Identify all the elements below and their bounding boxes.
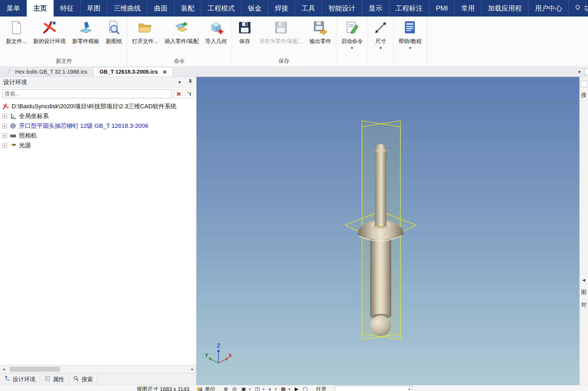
new-design-env-label: 新的设计环境 bbox=[33, 38, 66, 45]
orientation-triad: Z Y X bbox=[205, 343, 232, 363]
status-icon[interactable]: ⊕ bbox=[224, 385, 228, 391]
menu-tab-feature[interactable]: 特征 bbox=[54, 0, 80, 17]
status-dropdown[interactable]: ◫▾ bbox=[255, 385, 264, 391]
viewport-canvas[interactable]: Z Y X bbox=[197, 77, 579, 385]
collapse-panel-icon[interactable]: ◀ bbox=[580, 278, 588, 282]
import-geometry-button[interactable]: 导入几何 bbox=[202, 19, 230, 46]
3d-viewport[interactable]: Z Y X bbox=[197, 77, 579, 385]
hierarchy-icon bbox=[4, 376, 10, 383]
status-dropdown[interactable]: ▦▾ bbox=[281, 385, 290, 391]
rivet-ball-end[interactable] bbox=[370, 315, 391, 336]
expand-icon[interactable]: + bbox=[2, 143, 7, 148]
menu-tab-sketch[interactable]: 草图 bbox=[80, 0, 107, 17]
close-tab-icon[interactable]: × bbox=[163, 69, 166, 75]
new-design-env-icon bbox=[42, 20, 57, 35]
rivet-mandrel[interactable] bbox=[375, 144, 386, 226]
menu-tab-smart-design[interactable]: 智能设计 bbox=[322, 0, 362, 17]
status-combo-box[interactable]: ▾ bbox=[335, 386, 412, 391]
scrollbar-thumb[interactable] bbox=[10, 367, 60, 372]
locate-in-tree-icon[interactable] bbox=[185, 89, 194, 98]
menu-tab-common[interactable]: 常用 bbox=[455, 0, 481, 17]
menu-tab-annotation[interactable]: 工程标注 bbox=[389, 0, 429, 17]
status-icon[interactable]: ▢ bbox=[303, 385, 308, 391]
new-part-template-button[interactable]: 新零件模板 bbox=[69, 19, 103, 46]
menu-tab-user-center[interactable]: 用户中心 bbox=[528, 0, 569, 17]
menu-tab-sheet-metal[interactable]: 钣金 bbox=[241, 0, 268, 17]
menu-tab-3d-curve[interactable]: 三维曲线 bbox=[107, 0, 148, 17]
new-drawing-button[interactable]: 新图纸 bbox=[103, 19, 125, 46]
expand-icon[interactable]: + bbox=[2, 114, 7, 119]
tab-list-chevron-icon[interactable]: ▾ bbox=[578, 69, 580, 74]
menu-tab-home[interactable]: 主页 bbox=[27, 0, 54, 17]
properties-icon bbox=[44, 376, 50, 383]
scrollbar-track[interactable] bbox=[8, 365, 189, 373]
panel-menu-chevron-icon[interactable]: ▼ bbox=[178, 80, 182, 84]
coordinate-system-icon bbox=[9, 113, 17, 120]
import-geometry-icon bbox=[208, 20, 224, 35]
right-tab-view[interactable]: 图 bbox=[580, 289, 588, 296]
save-as-button[interactable]: 另存为零件/装配... bbox=[256, 19, 306, 46]
design-tree: D:\BaiduSyncdisk\2020\项目\科技部项目\2.3三维CAD软… bbox=[0, 100, 196, 365]
menu-tab-display[interactable]: 显示 bbox=[362, 0, 389, 17]
export-part-button[interactable]: 输出零件 bbox=[306, 19, 334, 46]
menu-tab-engineering-mode[interactable]: 工程模式 bbox=[201, 0, 241, 17]
expand-icon[interactable]: + bbox=[2, 123, 7, 128]
design-environment-panel: 设计环境 ▼ bbox=[0, 77, 197, 385]
menu-tab-menu[interactable]: 菜单 bbox=[0, 0, 27, 17]
tree-item-global-coordinate-system[interactable]: + 全局坐标系 bbox=[0, 111, 196, 121]
play-icon[interactable]: ▶ bbox=[295, 385, 299, 391]
insert-part-button[interactable]: 插入零件/装配 bbox=[161, 19, 202, 46]
document-tab-label: Hex bolts GB_T 32.1-1988.ics bbox=[15, 69, 87, 75]
tree-search-input[interactable] bbox=[2, 89, 172, 98]
chevron-down-icon: ▾ bbox=[289, 385, 290, 391]
new-file-button[interactable]: 新文件... bbox=[3, 19, 30, 46]
clear-search-button[interactable] bbox=[174, 89, 183, 98]
menu-tab-pmi[interactable]: PMI bbox=[429, 0, 455, 17]
expand-icon[interactable]: + bbox=[2, 133, 7, 138]
menu-tab-surface[interactable]: 曲面 bbox=[148, 0, 174, 17]
pin-icon[interactable] bbox=[188, 79, 193, 86]
menu-bar: 菜单 主页 特征 草图 三维曲线 曲面 装配 工程模式 钣金 焊接 工具 智能设… bbox=[0, 0, 588, 17]
right-panel-button[interactable] bbox=[580, 81, 587, 87]
launch-command-button[interactable]: 启动命令 ▼ bbox=[338, 19, 366, 51]
save-button[interactable]: 保存 bbox=[234, 19, 256, 46]
chevron-down-icon: ▼ bbox=[350, 46, 354, 50]
tree-item-rivet-part[interactable]: + 开口型平圆头抽芯铆钉 12级 GB_T 12618.3-2006 bbox=[0, 121, 196, 131]
ribbon-toolbar: 新文件... 新的设计环境 新零件模板 bbox=[0, 17, 588, 67]
edge-panel-icon[interactable] bbox=[584, 69, 588, 75]
panel-title: 设计环境 bbox=[3, 78, 27, 86]
right-tab-object[interactable]: 对 bbox=[580, 301, 588, 308]
rivet-body[interactable] bbox=[370, 237, 391, 316]
help-button[interactable]: 帮助/教程 ▼ bbox=[395, 19, 425, 51]
tab-design-environment[interactable]: 设计环境 bbox=[0, 373, 40, 385]
new-file-label: 新文件... bbox=[6, 38, 27, 45]
ribbon-group-label: 保存 bbox=[234, 57, 334, 66]
horizontal-scrollbar[interactable]: ◄ ► bbox=[0, 365, 196, 373]
tab-properties[interactable]: 属性 bbox=[40, 373, 69, 385]
menu-tab-tools[interactable]: 工具 bbox=[295, 0, 322, 17]
status-icon[interactable]: ◎ bbox=[232, 385, 237, 391]
document-tab-hex-bolts[interactable]: Hex bolts GB_T 32.1-1988.ics bbox=[9, 67, 93, 77]
tab-search[interactable]: 搜索 bbox=[69, 373, 97, 385]
new-design-env-button[interactable]: 新的设计环境 bbox=[30, 19, 69, 46]
open-file-icon bbox=[137, 20, 153, 35]
right-tab-search[interactable]: 搜 bbox=[580, 92, 588, 99]
scroll-right-icon[interactable]: ► bbox=[189, 367, 196, 371]
tree-item-root-path[interactable]: D:\BaiduSyncdisk\2020\项目\科技部项目\2.3三维CAD软… bbox=[0, 102, 196, 111]
menu-tab-load-apps[interactable]: 加载应用程 bbox=[481, 0, 528, 17]
document-tab-rivet[interactable]: GB_T 12618.3-2006.ics × bbox=[93, 67, 173, 77]
units-control[interactable]: 单位 bbox=[197, 385, 215, 391]
menu-tab-welding[interactable]: 焊接 bbox=[268, 0, 295, 17]
status-dropdown[interactable]: ▣▾ bbox=[241, 385, 251, 391]
tree-item-camera[interactable]: + 照相机 bbox=[0, 131, 196, 141]
export-part-label: 输出零件 bbox=[309, 38, 331, 45]
open-file-button[interactable]: 打开文件... bbox=[129, 19, 162, 46]
tree-item-light-source[interactable]: + 光源 bbox=[0, 141, 196, 150]
new-drawing-label: 新图纸 bbox=[106, 38, 122, 45]
scroll-left-icon[interactable]: ◄ bbox=[0, 367, 8, 371]
menu-search-area[interactable]: 功 bbox=[569, 0, 588, 17]
dimension-button[interactable]: 尺寸 ▼ bbox=[370, 19, 392, 51]
menu-tab-assembly[interactable]: 装配 bbox=[174, 0, 201, 17]
units-icon bbox=[197, 387, 202, 391]
status-dropdown[interactable]: ◐▾ bbox=[269, 385, 277, 391]
